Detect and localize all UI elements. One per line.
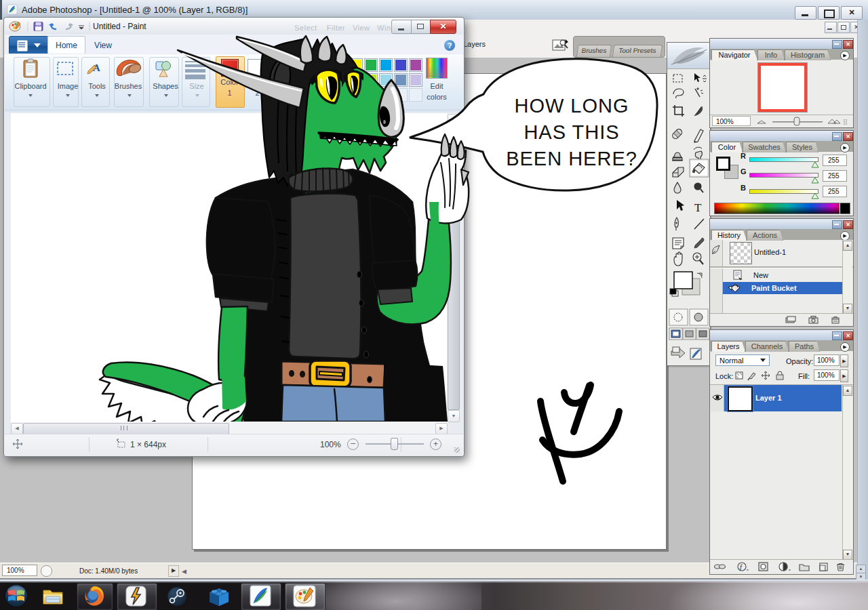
svg-text:HAS THIS: HAS THIS <box>524 121 619 143</box>
svg-text:HOW LONG: HOW LONG <box>514 95 629 117</box>
svg-text:BEEN HERE?: BEEN HERE? <box>506 148 637 169</box>
